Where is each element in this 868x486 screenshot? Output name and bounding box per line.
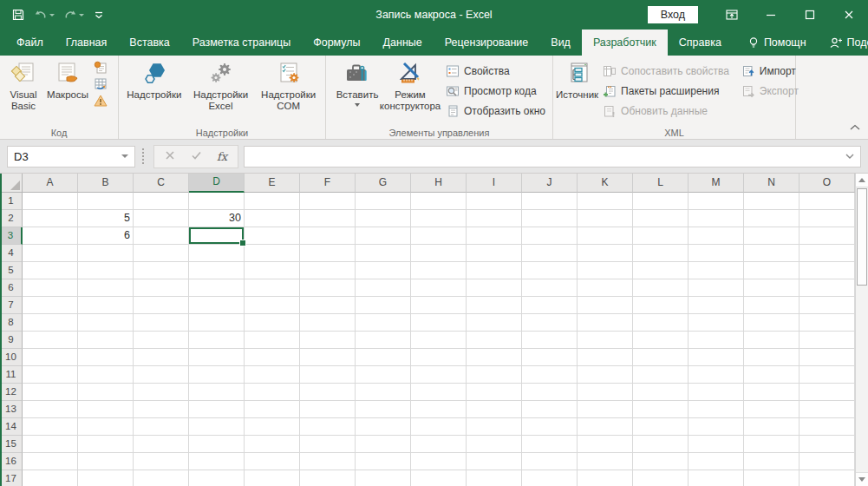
cell-I2[interactable] [467,210,522,227]
com-addins-button[interactable]: Надстройки COM [254,57,323,112]
cell-H14[interactable] [411,418,467,436]
row-header-9[interactable]: 9 [0,332,23,349]
cell-H13[interactable] [411,401,467,418]
cell-F2[interactable] [300,210,356,227]
tab-home[interactable]: Главная [55,30,119,56]
tab-insert[interactable]: Вставка [118,30,180,56]
cell-H12[interactable] [411,384,467,401]
formula-input[interactable] [244,146,861,167]
cell-O1[interactable] [799,193,855,210]
cell-J16[interactable] [522,453,578,470]
vertical-scrollbar[interactable] [855,174,868,486]
row-header-15[interactable]: 15 [0,436,23,453]
tab-developer[interactable]: Разработчик [582,30,668,56]
cell-E16[interactable] [245,453,300,470]
cell-D11[interactable] [189,366,245,384]
cell-N6[interactable] [744,279,799,297]
refresh-data-button[interactable]: Обновить данные [598,101,734,121]
cell-G4[interactable] [356,245,411,262]
cell-D9[interactable] [189,332,245,349]
cell-G2[interactable] [356,210,411,227]
scroll-up-button[interactable] [856,174,868,187]
cell-A2[interactable] [23,210,78,227]
cell-C2[interactable] [134,210,189,227]
cell-L7[interactable] [633,297,689,314]
cell-I7[interactable] [467,297,522,314]
cell-N17[interactable] [744,470,799,486]
import-button[interactable]: Импорт [737,61,803,81]
cell-C13[interactable] [134,401,189,418]
cell-M13[interactable] [689,401,744,418]
row-header-11[interactable]: 11 [0,366,23,384]
cell-M1[interactable] [689,193,744,210]
cell-H8[interactable] [411,314,467,332]
cell-C4[interactable] [134,245,189,262]
cell-O2[interactable] [799,210,855,227]
cell-D6[interactable] [189,279,245,297]
cell-J10[interactable] [522,349,578,366]
cell-J4[interactable] [522,245,578,262]
column-header-N[interactable]: N [744,174,799,193]
column-header-J[interactable]: J [522,174,578,193]
cell-N15[interactable] [744,436,799,453]
cell-H4[interactable] [411,245,467,262]
cell-J2[interactable] [522,210,578,227]
cell-M4[interactable] [689,245,744,262]
cell-I16[interactable] [467,453,522,470]
cell-M17[interactable] [689,470,744,486]
cell-H10[interactable] [411,349,467,366]
cell-O14[interactable] [799,418,855,436]
cell-N2[interactable] [744,210,799,227]
cell-A8[interactable] [23,314,78,332]
cell-J5[interactable] [522,262,578,279]
cell-G11[interactable] [356,366,411,384]
cell-L12[interactable] [633,384,689,401]
cell-N8[interactable] [744,314,799,332]
cell-C15[interactable] [134,436,189,453]
column-header-B[interactable]: B [78,174,134,193]
cell-A15[interactable] [23,436,78,453]
cell-A1[interactable] [23,193,78,210]
cell-L13[interactable] [633,401,689,418]
cell-B17[interactable] [78,470,134,486]
row-header-7[interactable]: 7 [0,297,23,314]
tab-formulas[interactable]: Формулы [302,30,371,56]
cell-H5[interactable] [411,262,467,279]
cell-F4[interactable] [300,245,356,262]
cell-B8[interactable] [78,314,134,332]
column-header-K[interactable]: K [578,174,633,193]
cell-B4[interactable] [78,245,134,262]
cell-N9[interactable] [744,332,799,349]
column-header-E[interactable]: E [245,174,300,193]
cell-F5[interactable] [300,262,356,279]
cell-B1[interactable] [78,193,134,210]
cell-K12[interactable] [578,384,633,401]
cell-I6[interactable] [467,279,522,297]
cell-F8[interactable] [300,314,356,332]
cell-O6[interactable] [799,279,855,297]
cell-D14[interactable] [189,418,245,436]
cell-A3[interactable] [23,227,78,245]
cell-O13[interactable] [799,401,855,418]
cell-M7[interactable] [689,297,744,314]
cell-A16[interactable] [23,453,78,470]
cell-C1[interactable] [134,193,189,210]
redo-button[interactable] [61,6,87,23]
tab-review[interactable]: Рецензирование [434,30,540,56]
cell-I11[interactable] [467,366,522,384]
cell-O3[interactable] [799,227,855,245]
cell-J15[interactable] [522,436,578,453]
cell-I14[interactable] [467,418,522,436]
cell-F6[interactable] [300,279,356,297]
cell-A5[interactable] [23,262,78,279]
row-header-5[interactable]: 5 [0,262,23,279]
scroll-down-button[interactable] [856,472,868,486]
cell-M16[interactable] [689,453,744,470]
cell-L17[interactable] [633,470,689,486]
cell-B3[interactable]: 6 [78,227,134,245]
excel-addins-button[interactable]: Надстройки Excel [187,57,255,112]
cell-I1[interactable] [467,193,522,210]
cell-K15[interactable] [578,436,633,453]
cell-B5[interactable] [78,262,134,279]
cell-H16[interactable] [411,453,467,470]
